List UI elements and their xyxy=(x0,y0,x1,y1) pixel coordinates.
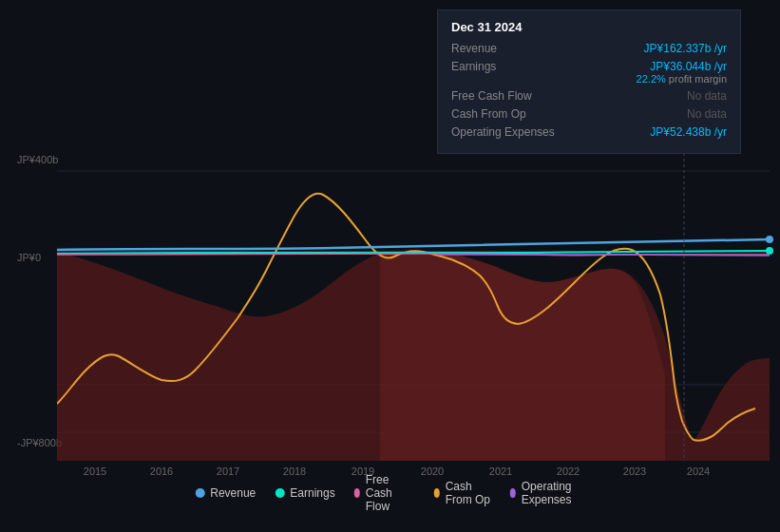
legend-label-revenue: Revenue xyxy=(210,486,256,500)
tooltip-value-earnings: JP¥36.044b /yr xyxy=(637,60,727,73)
tooltip-row-opex: Operating Expenses JP¥52.438b /yr xyxy=(451,125,727,139)
tooltip-date: Dec 31 2024 xyxy=(451,20,727,34)
x-label-2023: 2023 xyxy=(623,466,646,477)
tooltip-row-cashfromop: Cash From Op No data xyxy=(451,107,727,121)
chart-svg xyxy=(0,147,780,461)
legend-dot-revenue xyxy=(195,488,204,498)
x-label-2015: 2015 xyxy=(84,466,106,477)
x-label-2024: 2024 xyxy=(687,466,710,477)
x-label-2016: 2016 xyxy=(150,466,173,477)
legend-item-revenue: Revenue xyxy=(195,486,256,500)
legend-label-earnings: Earnings xyxy=(290,486,334,500)
svg-point-6 xyxy=(766,247,773,255)
legend-item-opex: Operating Expenses xyxy=(510,480,585,506)
tooltip-value-freecash: No data xyxy=(687,89,727,103)
legend-dot-freecash xyxy=(354,488,360,498)
tooltip-label-cashfromop: Cash From Op xyxy=(451,107,556,121)
tooltip-value-cashfromop: No data xyxy=(687,107,727,121)
tooltip-value-revenue: JP¥162.337b /yr xyxy=(644,42,727,55)
tooltip-row-earnings: Earnings JP¥36.044b /yr 22.2% profit mar… xyxy=(451,60,727,85)
legend-item-cashfromop: Cash From Op xyxy=(434,480,491,506)
legend-item-earnings: Earnings xyxy=(275,486,334,500)
tooltip-panel: Dec 31 2024 Revenue JP¥162.337b /yr Earn… xyxy=(437,10,741,154)
tooltip-row-revenue: Revenue JP¥162.337b /yr xyxy=(451,42,727,55)
legend-dot-opex xyxy=(510,488,516,498)
legend-label-opex: Operating Expenses xyxy=(522,480,585,506)
chart-container: Dec 31 2024 Revenue JP¥162.337b /yr Earn… xyxy=(0,0,780,532)
tooltip-label-earnings: Earnings xyxy=(451,60,556,73)
legend-dot-cashfromop xyxy=(434,488,440,498)
tooltip-label-opex: Operating Expenses xyxy=(451,125,556,139)
svg-point-5 xyxy=(766,236,773,243)
tooltip-value-opex: JP¥52.438b /yr xyxy=(650,125,727,139)
profit-margin: 22.2% profit margin xyxy=(637,73,727,85)
legend-label-freecash: Free Cash Flow xyxy=(366,473,415,513)
legend-dot-earnings xyxy=(275,488,284,498)
tooltip-label-revenue: Revenue xyxy=(451,42,556,55)
legend-item-freecash: Free Cash Flow xyxy=(354,473,415,513)
legend-label-cashfromop: Cash From Op xyxy=(446,480,491,506)
tooltip-row-freecash: Free Cash Flow No data xyxy=(451,89,727,103)
tooltip-label-freecash: Free Cash Flow xyxy=(451,89,556,103)
legend: Revenue Earnings Free Cash Flow Cash Fro… xyxy=(195,473,585,513)
